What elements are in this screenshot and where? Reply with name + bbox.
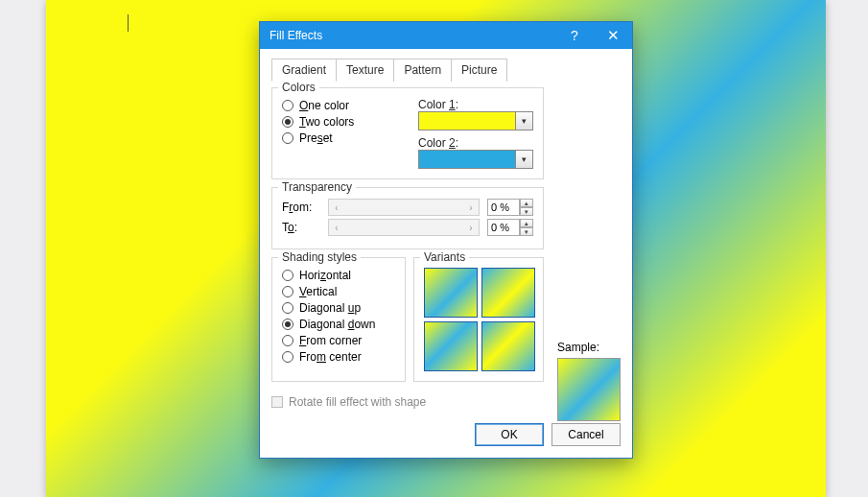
spin-up-icon[interactable]: ▴ bbox=[520, 219, 533, 227]
color2-swatch bbox=[418, 150, 516, 169]
to-label: To: bbox=[282, 221, 320, 234]
variants-group: Variants bbox=[413, 257, 544, 382]
to-spin[interactable]: ▴ ▾ bbox=[487, 219, 533, 236]
rotate-checkbox: Rotate fill effect with shape bbox=[271, 395, 544, 409]
shading-styles-group: Shading styles Horizontal Vertical Diago… bbox=[271, 257, 406, 382]
dialog-title: Fill Effects bbox=[270, 29, 322, 42]
chevron-down-icon[interactable]: ▾ bbox=[516, 111, 533, 130]
spin-down-icon[interactable]: ▾ bbox=[520, 207, 533, 216]
text-cursor bbox=[128, 14, 137, 32]
dialog-button-row: OK Cancel bbox=[271, 421, 621, 446]
variants-legend: Variants bbox=[420, 250, 469, 264]
radio-dot bbox=[282, 132, 293, 144]
sample-column: Sample: bbox=[551, 87, 621, 421]
radio-one-color[interactable]: One color bbox=[282, 99, 354, 112]
variant-2[interactable] bbox=[481, 268, 535, 318]
from-value-input[interactable] bbox=[487, 199, 520, 216]
radio-from-center[interactable]: From center bbox=[282, 350, 395, 364]
tab-gradient[interactable]: Gradient bbox=[271, 59, 337, 82]
sample-label: Sample: bbox=[557, 341, 621, 354]
from-slider[interactable]: ‹ › bbox=[328, 199, 480, 216]
variant-1[interactable] bbox=[424, 268, 478, 318]
transparency-to-row: To: ‹ › ▴ ▾ bbox=[282, 219, 533, 236]
dialog-body: Gradient Texture Pattern Picture Colors … bbox=[260, 49, 632, 458]
shading-legend: Shading styles bbox=[278, 250, 361, 264]
spin-down-icon[interactable]: ▾ bbox=[520, 227, 533, 236]
radio-label: One color bbox=[299, 99, 349, 112]
radio-preset[interactable]: Preset bbox=[282, 131, 354, 145]
checkbox-icon bbox=[271, 396, 283, 408]
colors-group: Colors One color Two colors bbox=[271, 87, 544, 179]
variant-3[interactable] bbox=[424, 321, 478, 371]
radio-horizontal[interactable]: Horizontal bbox=[282, 269, 395, 282]
color1-swatch bbox=[418, 111, 516, 130]
tab-pattern[interactable]: Pattern bbox=[393, 59, 452, 82]
help-button[interactable]: ? bbox=[555, 22, 594, 49]
radio-diagonal-up[interactable]: Diagonal up bbox=[282, 301, 395, 315]
tab-picture[interactable]: Picture bbox=[451, 59, 507, 82]
color2-combo[interactable]: ▾ bbox=[418, 150, 533, 169]
variants-grid bbox=[424, 266, 533, 371]
radio-label: Preset bbox=[299, 131, 333, 145]
color1-combo[interactable]: ▾ bbox=[418, 111, 533, 130]
fill-effects-dialog: Fill Effects ? ✕ Gradient Texture Patter… bbox=[259, 21, 633, 459]
chevron-left-icon[interactable]: ‹ bbox=[329, 202, 344, 213]
spin-up-icon[interactable]: ▴ bbox=[520, 199, 533, 207]
from-label: From: bbox=[282, 201, 320, 214]
chevron-down-icon[interactable]: ▾ bbox=[516, 150, 533, 169]
color1-label: Color 1: bbox=[418, 98, 533, 111]
color-fields: Color 1: ▾ Color 2: ▾ bbox=[418, 96, 533, 169]
colors-legend: Colors bbox=[278, 81, 319, 94]
tab-texture[interactable]: Texture bbox=[336, 59, 394, 82]
transparency-group: Transparency From: ‹ › ▴ ▾ bbox=[271, 187, 544, 249]
rotate-label: Rotate fill effect with shape bbox=[289, 395, 426, 409]
radio-from-corner[interactable]: From corner bbox=[282, 334, 395, 347]
radio-dot bbox=[282, 116, 293, 128]
to-value-input[interactable] bbox=[487, 219, 520, 236]
radio-dot bbox=[282, 100, 293, 111]
close-button[interactable]: ✕ bbox=[594, 22, 632, 49]
to-slider[interactable]: ‹ › bbox=[328, 219, 480, 236]
radio-two-colors[interactable]: Two colors bbox=[282, 115, 354, 129]
radio-diagonal-down[interactable]: Diagonal down bbox=[282, 318, 395, 331]
transparency-from-row: From: ‹ › ▴ ▾ bbox=[282, 199, 533, 216]
sample-preview bbox=[557, 358, 621, 421]
color1-block: Color 1: ▾ bbox=[418, 98, 533, 130]
radio-vertical[interactable]: Vertical bbox=[282, 285, 395, 298]
color2-label: Color 2: bbox=[418, 136, 533, 150]
ok-button[interactable]: OK bbox=[475, 423, 544, 446]
transparency-legend: Transparency bbox=[278, 180, 356, 194]
cancel-button[interactable]: Cancel bbox=[551, 423, 621, 446]
tabstrip: Gradient Texture Pattern Picture bbox=[271, 59, 621, 82]
variant-4[interactable] bbox=[481, 321, 535, 371]
colors-radio-set: One color Two colors Preset bbox=[282, 96, 354, 169]
chevron-right-icon[interactable]: › bbox=[463, 202, 479, 213]
chevron-right-icon[interactable]: › bbox=[463, 223, 479, 233]
chevron-left-icon[interactable]: ‹ bbox=[329, 223, 344, 233]
color2-block: Color 2: ▾ bbox=[418, 136, 533, 169]
titlebar: Fill Effects ? ✕ bbox=[260, 22, 632, 49]
radio-label: Two colors bbox=[299, 115, 354, 129]
from-spin[interactable]: ▴ ▾ bbox=[487, 199, 533, 216]
